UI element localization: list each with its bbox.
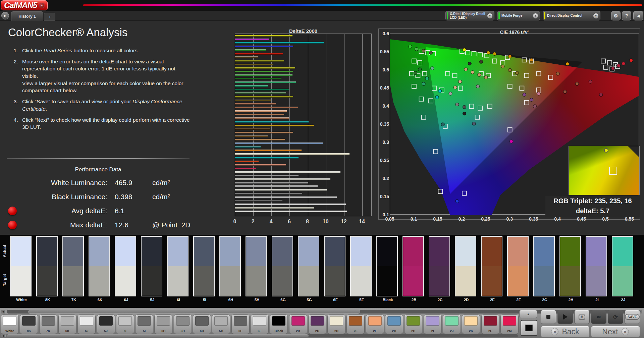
chevron-down-icon[interactable]: ▼ [487,13,492,18]
patch-button-2E[interactable]: 2E [346,315,365,334]
patch-button-2C[interactable]: 2C [308,315,326,334]
patch-button-2I[interactable]: 2I [424,315,442,334]
patch-button-2G[interactable]: 2G [385,315,403,334]
deltae-bar[interactable] [235,150,302,151]
patch-button-2M[interactable]: 2M [500,315,519,334]
deltae-bar[interactable] [235,53,283,55]
deltae-bar[interactable] [235,164,286,166]
patch-button-6G[interactable]: 6G [193,315,211,334]
play-button[interactable] [557,310,573,324]
patch-button-5F[interactable]: 5F [251,315,269,334]
next-button[interactable]: Next » [591,326,640,337]
patch-button-White[interactable]: White [1,315,19,334]
deltae-bar[interactable] [235,135,268,137]
patch-button-5J[interactable]: 5J [97,315,115,334]
deltae-bar[interactable] [235,128,270,130]
patch-button-6K[interactable]: 6K [58,315,76,334]
deltae-bar[interactable] [235,42,324,44]
deltae-bar[interactable] [235,117,289,119]
tab-add-button[interactable]: + [44,13,55,21]
patch-button-5I[interactable]: 5I [135,315,153,334]
deltae-bar[interactable] [235,39,269,40]
bottom-scrollbar-thumb[interactable] [7,334,309,337]
deltae-bar[interactable] [235,196,337,198]
deltae-bar[interactable] [235,139,285,140]
read-series-button[interactable]: H [574,310,590,324]
deltae-bar[interactable] [235,125,314,126]
tab-history-1[interactable]: History 1 [11,11,43,21]
deltae-bar[interactable] [235,185,318,187]
patch-button-2J[interactable]: 2J [443,315,461,334]
patch-button-2B[interactable]: 2B [289,315,307,334]
deltae-bar[interactable] [235,207,314,209]
deltae-bar[interactable] [235,56,258,58]
deltae-bar[interactable] [235,74,292,76]
patch-scrollbar-thumb[interactable] [28,310,360,314]
deltae-bar[interactable] [235,121,309,123]
deltae-bar[interactable] [235,171,340,173]
chevron-down-icon[interactable]: ▼ [593,13,598,18]
pattern-collapse-button[interactable]: ▲ [519,310,537,318]
patch-button-7K[interactable]: 7K [39,315,57,334]
deltae-bar[interactable] [235,175,299,176]
patch-button-2F[interactable]: 2F [366,315,384,334]
deltae-bar[interactable] [235,46,293,47]
patch-button-2L[interactable]: 2L [481,315,499,334]
deltae-bar[interactable] [235,161,259,162]
read-continuous-button[interactable]: ∞ [591,310,606,324]
pattern-window-button[interactable] [521,320,537,336]
deltae-bar[interactable] [235,211,347,212]
deltae-bar[interactable] [235,89,289,91]
patch-button-6H[interactable]: 6H [154,315,172,334]
patch-button-6J[interactable]: 6J [77,315,96,334]
patch-button-8K[interactable]: 8K [20,315,38,334]
help-button[interactable]: ? [622,11,631,20]
deltae-bar[interactable] [235,103,276,105]
deltae-bar[interactable] [235,81,296,83]
deltae-bar[interactable] [235,96,293,98]
save-button[interactable]: SAVE [625,310,640,324]
deltae-bar[interactable] [235,204,346,205]
deltae-bar[interactable] [235,157,299,159]
deltae-bar[interactable] [235,153,350,155]
deltae-bar[interactable] [235,168,256,169]
deltae-bar[interactable] [235,189,327,191]
meter-dropdown[interactable]: X-Rite i1Display RetailLCD (LED) ▼ [445,11,494,20]
deltae-bar[interactable] [235,49,266,51]
deltae-bar[interactable] [235,132,293,133]
scroll-left-button[interactable]: ◀ [1,309,6,314]
patch-button-2D[interactable]: 2D [327,315,345,334]
patch-button-6I[interactable]: 6I [116,315,134,334]
logo-dropdown-icon[interactable]: ▼ [39,3,45,8]
deltae-bar[interactable] [235,100,271,101]
deltae-bar[interactable] [235,178,330,180]
deltae-bar[interactable] [235,71,293,72]
patch-button-Black[interactable]: Black [270,315,288,334]
back-button[interactable]: « Back [541,326,590,337]
refresh-button[interactable]: ⟳ [608,310,623,324]
deltae-bar[interactable] [235,146,261,148]
patch-button-5H[interactable]: 5H [174,315,192,334]
chevron-down-icon[interactable]: ▼ [533,13,538,18]
tab-scroll-button[interactable]: ▶ [1,12,9,19]
settings-button[interactable]: ⚙ [611,11,621,20]
patch-button-2K[interactable]: 2K [462,315,480,334]
bottom-scroll-left-button[interactable]: ◀ [1,334,6,337]
patch-button-6F[interactable]: 6F [231,315,250,334]
calman-logo-menu[interactable]: CalMAN5 ▼ [1,0,48,10]
deltae-bar[interactable] [235,64,273,65]
display-dropdown[interactable]: Direct Display Control ▼ [543,11,600,20]
collapse-panel-button[interactable]: ◀ [633,11,643,20]
deltae-bar[interactable] [235,182,308,184]
deltae-bar[interactable] [235,110,287,112]
source-dropdown[interactable]: Mobile Forge ▼ [497,11,540,20]
deltae-bar[interactable] [235,193,302,194]
deltae-chart[interactable] [235,34,372,216]
deltae-bar[interactable] [235,107,298,108]
deltae-bar[interactable] [235,114,284,115]
patch-button-2H[interactable]: 2H [404,315,422,334]
stop-button[interactable] [541,310,556,324]
patch-button-5G[interactable]: 5G [212,315,230,334]
deltae-bar[interactable] [235,78,281,79]
bottom-scrollbar[interactable] [7,334,518,337]
